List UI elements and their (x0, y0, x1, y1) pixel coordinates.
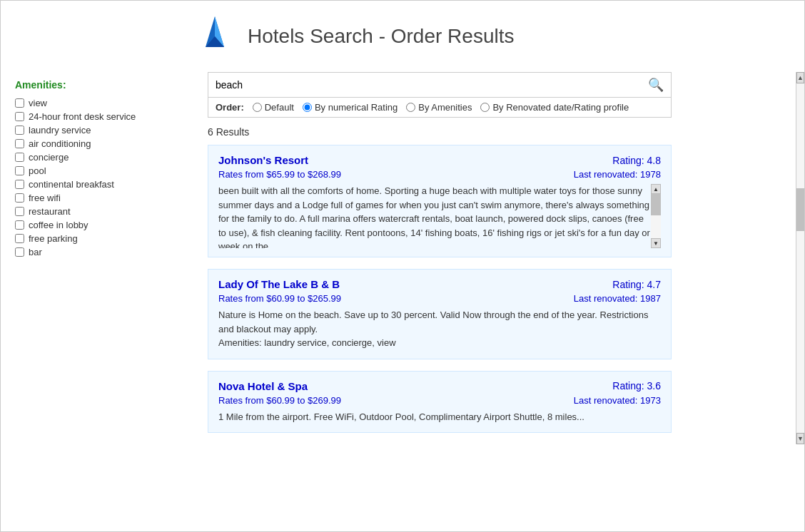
hotel-list: Johnson's Resort Rating: 4.8 Rates from … (208, 145, 789, 433)
scroll-up-arrow[interactable]: ▲ (796, 72, 804, 83)
hotel-desc-wrap-1: Nature is Home on the beach. Save up to … (218, 308, 661, 350)
amenity-label-0: view (29, 98, 47, 108)
amenity-checkbox-1[interactable] (15, 112, 24, 121)
content-area: 🔍 Order: Default By numerical Rating B (193, 72, 796, 444)
amenity-item-11: bar (15, 247, 193, 257)
amenity-item-8: restaurant (15, 206, 193, 217)
hotel-header-0: Johnson's Resort Rating: 4.8 (218, 154, 661, 166)
amenity-item-3: air conditioning (15, 138, 193, 149)
hotel-description-2: 1 Mile from the airport. Free WiFi, Outd… (218, 410, 584, 424)
hotel-renovated-0: Last renovated: 1978 (574, 169, 661, 180)
amenity-checkbox-3[interactable] (15, 139, 24, 148)
hotel-card-1: Lady Of The Lake B & B Rating: 4.7 Rates… (208, 269, 672, 359)
amenity-checkbox-10[interactable] (15, 234, 24, 243)
search-bar-wrap: 🔍 Order: Default By numerical Rating B (208, 72, 789, 118)
order-option-amenities[interactable]: By Amenities (406, 102, 472, 113)
search-bar: 🔍 (208, 72, 672, 98)
amenity-label-8: restaurant (29, 206, 71, 217)
page-title: Hotels Search - Order Results (248, 25, 514, 48)
hotel-rating-0: Rating: 4.8 (612, 155, 661, 166)
search-input[interactable] (208, 73, 641, 96)
hotel-header-1: Lady Of The Lake B & B Rating: 4.7 (218, 278, 661, 290)
hotel-rate-range-0: Rates from $65.99 to $268.99 (218, 169, 341, 180)
main-layout: Amenities: view24-hour front desk servic… (1, 72, 804, 444)
order-option-rating[interactable]: By numerical Rating (303, 102, 398, 113)
amenity-checkbox-8[interactable] (15, 207, 24, 216)
amenity-checkbox-6[interactable] (15, 180, 24, 189)
hotel-card-0: Johnson's Resort Rating: 4.8 Rates from … (208, 145, 672, 257)
amenity-label-1: 24-hour front desk service (29, 111, 136, 122)
amenity-label-6: continental breakfast (29, 179, 114, 190)
sidebar: Amenities: view24-hour front desk servic… (15, 72, 193, 444)
amenity-item-1: 24-hour front desk service (15, 111, 193, 122)
amenity-label-10: free parking (29, 233, 78, 244)
amenity-item-4: concierge (15, 152, 193, 163)
hotel-desc-wrap-2: 1 Mile from the airport. Free WiFi, Outd… (218, 410, 661, 424)
hotel-description-0: been built with all the comforts of home… (218, 184, 661, 248)
hotel-rate-range-2: Rates from $60.99 to $269.99 (218, 395, 341, 406)
hotel-name-1[interactable]: Lady Of The Lake B & B (218, 278, 340, 290)
card-scroll-track-0 (651, 194, 661, 238)
hotel-rating-1: Rating: 4.7 (612, 279, 661, 290)
hotel-description-1: Nature is Home on the beach. Save up to … (218, 308, 661, 350)
amenity-checkbox-4[interactable] (15, 153, 24, 162)
amenity-label-4: concierge (29, 152, 69, 163)
amenity-label-5: pool (29, 165, 46, 176)
amenities-list: view24-hour front desk servicelaundry se… (15, 98, 193, 257)
amenity-item-5: pool (15, 165, 193, 176)
amenity-label-9: coffee in lobby (29, 220, 88, 230)
hotel-name-2[interactable]: Nova Hotel & Spa (218, 380, 308, 392)
card-scroll-up-0[interactable]: ▲ (651, 184, 661, 194)
hotel-rate-range-1: Rates from $60.99 to $265.99 (218, 293, 341, 304)
hotel-renovated-1: Last renovated: 1987 (574, 293, 661, 304)
order-bar: Order: Default By numerical Rating By Am… (208, 98, 672, 118)
scroll-track (796, 83, 804, 433)
header: Hotels Search - Order Results (1, 1, 804, 72)
hotel-rates-1: Rates from $60.99 to $265.99 Last renova… (218, 293, 661, 304)
order-label: Order: (216, 102, 244, 113)
app-container: Hotels Search - Order Results Amenities:… (0, 0, 805, 532)
amenity-item-10: free parking (15, 233, 193, 244)
amenity-checkbox-7[interactable] (15, 193, 24, 203)
amenity-checkbox-9[interactable] (15, 220, 24, 230)
card-scroll-thumb-0[interactable] (651, 194, 661, 215)
order-option-default[interactable]: Default (253, 102, 294, 113)
hotel-rates-0: Rates from $65.99 to $268.99 Last renova… (218, 169, 661, 180)
card-scroll-down-0[interactable]: ▼ (651, 238, 661, 248)
order-option-renovated[interactable]: By Renovated date/Rating profile (480, 102, 629, 113)
amenity-item-9: coffee in lobby (15, 220, 193, 230)
hotel-rating-2: Rating: 3.6 (612, 380, 661, 392)
hotel-rates-2: Rates from $60.99 to $269.99 Last renova… (218, 395, 661, 406)
amenity-label-11: bar (29, 247, 42, 257)
amenity-label-2: laundry service (29, 125, 91, 135)
amenity-item-2: laundry service (15, 125, 193, 135)
amenity-item-7: free wifi (15, 193, 193, 203)
amenity-checkbox-5[interactable] (15, 166, 24, 175)
search-button[interactable]: 🔍 (641, 73, 671, 97)
hotel-renovated-2: Last renovated: 1973 (574, 395, 661, 406)
hotel-desc-wrap-0: been built with all the comforts of home… (218, 184, 661, 248)
amenity-label-7: free wifi (29, 193, 61, 203)
amenity-checkbox-2[interactable] (15, 126, 24, 135)
amenity-checkbox-0[interactable] (15, 98, 24, 108)
hotel-header-2: Nova Hotel & Spa Rating: 3.6 (218, 380, 661, 392)
hotel-name-0[interactable]: Johnson's Resort (218, 154, 308, 166)
results-count: 6 Results (208, 126, 789, 138)
card-scrollbar-0[interactable]: ▲ ▼ (651, 184, 661, 248)
scroll-thumb[interactable] (796, 188, 804, 231)
amenities-title: Amenities: (15, 79, 193, 91)
app-logo-icon (193, 15, 236, 58)
amenity-item-6: continental breakfast (15, 179, 193, 190)
scroll-down-arrow[interactable]: ▼ (796, 433, 804, 444)
amenity-item-0: view (15, 98, 193, 108)
hotel-card-2: Nova Hotel & Spa Rating: 3.6 Rates from … (208, 371, 672, 434)
amenity-checkbox-11[interactable] (15, 247, 24, 257)
amenity-label-3: air conditioning (29, 138, 91, 149)
main-scrollbar[interactable]: ▲ ▼ (796, 72, 804, 444)
